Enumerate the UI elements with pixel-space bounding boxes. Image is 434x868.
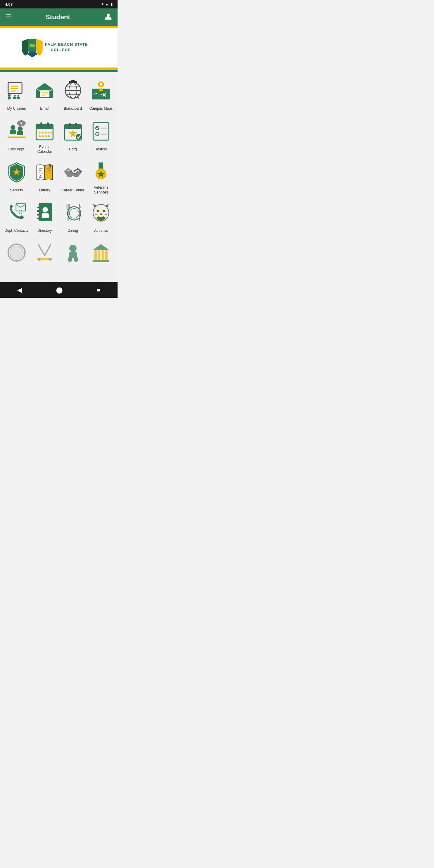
security-icon <box>5 160 28 183</box>
svg-marker-30 <box>68 80 78 82</box>
logo-area: PALM BEACH STATE COLLEGE <box>0 28 118 67</box>
college-logo: PALM BEACH STATE COLLEGE <box>20 38 98 59</box>
testing-icon <box>90 120 113 143</box>
email-button[interactable]: Email <box>31 76 59 116</box>
athletics-button[interactable]: Athletics <box>87 198 116 238</box>
svg-rect-93 <box>41 213 49 218</box>
library-icon: A <box>33 160 56 183</box>
events-calendar-icon <box>33 119 56 142</box>
svg-rect-13 <box>8 96 10 99</box>
partial-item-20[interactable] <box>87 238 116 278</box>
wifi-icon: ▾ <box>101 2 103 6</box>
dining-icon <box>61 201 84 224</box>
athletics-icon <box>90 201 113 224</box>
blackboard-label: Blackboard <box>64 104 82 113</box>
my-classes-label: My Classes <box>7 104 26 113</box>
back-button[interactable]: ◀ <box>17 286 22 293</box>
recent-button[interactable]: ■ <box>97 287 100 293</box>
user-button[interactable] <box>104 12 112 22</box>
directory-button[interactable]: Directory <box>31 198 59 238</box>
campus-maps-label: Campus Maps <box>90 104 113 113</box>
directory-icon <box>33 201 56 224</box>
svg-rect-16 <box>13 97 16 99</box>
veterans-services-label: Veterans Services <box>88 185 114 195</box>
events-calendar-button[interactable]: Events Calendar <box>31 116 59 157</box>
svg-rect-117 <box>68 257 72 261</box>
career-center-icon <box>61 160 84 183</box>
email-label: Email <box>40 104 49 113</box>
dept-contacts-icon: @ <box>5 201 28 224</box>
corq-button[interactable]: Corq <box>59 116 87 157</box>
dining-label: Dining <box>68 226 78 235</box>
svg-rect-43 <box>7 136 26 138</box>
svg-rect-120 <box>98 250 100 261</box>
svg-text:A: A <box>39 175 42 179</box>
my-classes-button[interactable]: My Classes <box>2 76 31 116</box>
svg-text:@: @ <box>19 210 23 214</box>
svg-point-15 <box>18 95 19 97</box>
career-center-button[interactable]: Career Center <box>59 157 87 198</box>
svg-point-114 <box>49 258 52 261</box>
partial-item-18[interactable] <box>31 238 59 278</box>
gold-bar-bottom <box>0 67 118 70</box>
svg-point-37 <box>10 125 16 130</box>
svg-rect-46 <box>40 122 42 127</box>
campus-maps-button[interactable]: Campus Maps <box>87 76 116 116</box>
partial-item-19[interactable] <box>59 238 87 278</box>
directory-label: Directory <box>37 226 52 235</box>
svg-rect-58 <box>64 124 82 129</box>
svg-rect-17 <box>17 97 20 99</box>
testing-label: Testing <box>95 145 107 154</box>
gold-bar-top <box>0 26 118 28</box>
library-label: Library <box>39 186 50 195</box>
svg-rect-122 <box>105 250 107 261</box>
blackboard-button[interactable]: Blackboard <box>59 76 87 116</box>
svg-rect-118 <box>74 257 78 261</box>
testing-button[interactable]: Testing <box>87 116 116 157</box>
svg-point-62 <box>76 134 82 140</box>
tutor-appt-button[interactable]: ? Tutor Appt. <box>2 116 31 157</box>
battery-icon: ▮ <box>111 2 113 6</box>
svg-rect-91 <box>37 218 40 219</box>
events-calendar-label: Events Calendar <box>32 145 58 154</box>
home-button[interactable]: ⬤ <box>56 286 63 293</box>
partial-item-17[interactable] <box>2 238 31 278</box>
security-button[interactable]: Security <box>2 157 31 198</box>
my-classes-icon <box>5 79 28 102</box>
svg-point-56 <box>51 132 53 133</box>
svg-rect-59 <box>69 123 70 127</box>
svg-rect-47 <box>47 122 49 127</box>
veterans-services-button[interactable]: Veterans Services <box>87 157 116 198</box>
menu-button[interactable]: ☰ <box>5 13 11 21</box>
status-icons: ▾ ▲ ▮ <box>101 2 113 6</box>
svg-rect-40 <box>17 131 23 135</box>
veterans-services-icon <box>90 160 113 183</box>
dining-button[interactable]: Dining <box>59 198 87 238</box>
svg-text:COLLEGE: COLLEGE <box>51 48 71 52</box>
tutor-appt-label: Tutor Appt. <box>8 145 25 154</box>
svg-rect-121 <box>101 250 104 261</box>
partial-icon-17 <box>5 241 28 264</box>
svg-point-55 <box>48 135 50 137</box>
campus-maps-icon <box>90 79 113 102</box>
svg-line-110 <box>38 245 44 255</box>
bottom-nav: ◀ ⬤ ■ <box>0 282 118 298</box>
svg-rect-8 <box>8 83 22 93</box>
svg-point-34 <box>100 83 102 86</box>
dept-contacts-button[interactable]: @ Dept. Contacts <box>2 198 31 238</box>
svg-rect-88 <box>37 207 40 208</box>
career-center-label: Career Center <box>61 186 84 195</box>
svg-rect-89 <box>37 210 40 212</box>
athletics-label: Athletics <box>94 226 108 235</box>
blackboard-icon <box>61 79 84 102</box>
svg-rect-63 <box>93 123 109 140</box>
svg-point-115 <box>69 245 76 252</box>
svg-point-52 <box>39 135 41 137</box>
app-header: ☰ Student <box>0 8 118 26</box>
page-title: Student <box>45 13 70 21</box>
svg-point-0 <box>107 13 110 17</box>
svg-point-54 <box>45 135 47 137</box>
library-button[interactable]: A Library <box>31 157 59 198</box>
svg-rect-45 <box>36 124 53 129</box>
status-bar: 4:07 ▾ ▲ ▮ <box>0 0 118 8</box>
